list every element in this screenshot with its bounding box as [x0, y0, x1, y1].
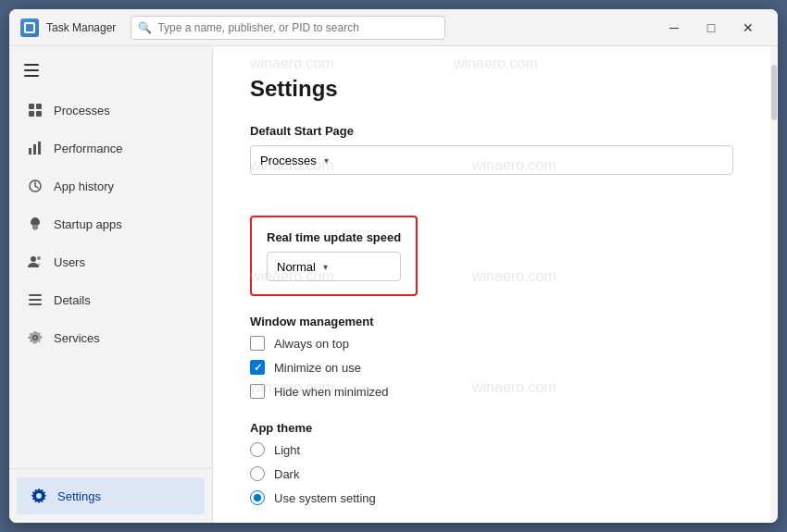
hamburger-line: [24, 69, 39, 71]
theme-system-label: Use system setting: [274, 491, 376, 505]
default-start-page-value: Processes: [260, 154, 317, 167]
svg-rect-5: [33, 144, 36, 155]
close-button[interactable]: ✕: [730, 13, 767, 43]
app-theme-label: App theme: [250, 421, 733, 435]
content-area: winaero.com winaero.com winaero.com wina…: [213, 46, 770, 523]
hamburger-button[interactable]: [13, 54, 50, 87]
window-management-section: Window management Always on top ✓ Minimi…: [250, 315, 733, 399]
theme-light-row[interactable]: Light: [250, 442, 733, 457]
minimize-on-use-row[interactable]: ✓ Minimize on use: [250, 360, 733, 375]
always-on-top-checkbox[interactable]: [250, 336, 265, 351]
real-time-update-dropdown[interactable]: Normal ▾: [267, 252, 401, 281]
window-management-label: Window management: [250, 315, 733, 328]
app-title: Task Manager: [46, 21, 116, 34]
hide-when-minimized-label: Hide when minimized: [274, 385, 389, 399]
search-wrap: 🔍: [131, 16, 445, 40]
minimize-on-use-label: Minimize on use: [274, 361, 361, 375]
sidebar-item-settings[interactable]: Settings: [17, 477, 205, 514]
sidebar-label-users: Users: [54, 255, 85, 269]
sidebar-label-details: Details: [54, 293, 91, 307]
svg-rect-6: [38, 142, 41, 155]
sidebar: Processes Performance: [9, 46, 213, 523]
content-watermark-1: winaero.com: [250, 56, 334, 72]
hamburger-icon: [24, 64, 39, 77]
always-on-top-row[interactable]: Always on top: [250, 336, 733, 351]
content-watermark-6: winaero.com: [472, 268, 556, 285]
theme-light-label: Light: [274, 443, 300, 457]
sidebar-footer: Settings: [9, 468, 212, 523]
svg-point-9: [37, 256, 41, 260]
real-time-update-value: Normal: [277, 260, 316, 274]
main-layout: Processes Performance: [9, 46, 778, 523]
chart-icon: [28, 141, 43, 155]
sidebar-item-processes[interactable]: Processes: [13, 92, 208, 129]
scrollbar-thumb[interactable]: [771, 65, 777, 120]
real-time-update-box: Real time update speed Normal ▾: [250, 216, 418, 296]
theme-system-row[interactable]: Use system setting: [250, 490, 733, 505]
sidebar-nav: Processes Performance: [9, 91, 212, 468]
sidebar-item-startup-apps[interactable]: Startup apps: [13, 205, 208, 242]
svg-rect-12: [29, 303, 42, 305]
sidebar-item-users[interactable]: Users: [13, 243, 208, 280]
search-input[interactable]: [131, 16, 445, 40]
sidebar-label-startup-apps: Startup apps: [54, 217, 122, 231]
svg-point-8: [31, 256, 36, 262]
clock-icon: [28, 179, 43, 193]
sidebar-item-app-history[interactable]: App history: [13, 167, 208, 204]
svg-rect-10: [29, 294, 42, 296]
app-theme-section: App theme Light Dark Use system setting: [250, 421, 733, 505]
titlebar: Task Manager 🔍 ─ □ ✕: [9, 9, 778, 46]
settings-gear-icon: [31, 489, 46, 503]
checkmark-icon: ✓: [254, 362, 262, 374]
grid-icon: [28, 103, 43, 118]
users-icon: [28, 254, 43, 269]
minimize-on-use-checkbox[interactable]: ✓: [250, 360, 265, 375]
sidebar-label-app-history: App history: [54, 179, 114, 193]
theme-dark-label: Dark: [274, 467, 299, 481]
minimize-button[interactable]: ─: [656, 13, 693, 43]
sidebar-label-performance: Performance: [54, 142, 122, 155]
sidebar-label-services: Services: [54, 331, 100, 345]
scrollbar-track[interactable]: [770, 46, 778, 523]
svg-rect-0: [29, 104, 34, 109]
rocket-icon: [28, 217, 43, 231]
services-gear-icon: [28, 330, 43, 345]
sidebar-label-processes: Processes: [54, 104, 110, 118]
titlebar-controls: ─ □ ✕: [656, 13, 767, 43]
svg-rect-1: [36, 104, 42, 109]
svg-rect-11: [29, 299, 42, 301]
content-watermark-2: winaero.com: [454, 56, 538, 72]
default-start-page-section: Default Start Page Processes ▾: [250, 124, 733, 175]
hamburger-line: [24, 64, 39, 66]
theme-light-radio[interactable]: [250, 442, 265, 457]
sidebar-item-details[interactable]: Details: [13, 281, 208, 318]
app-window: Task Manager 🔍 ─ □ ✕: [9, 9, 778, 523]
sidebar-item-performance[interactable]: Performance: [13, 130, 208, 167]
svg-rect-2: [29, 111, 34, 117]
sidebar-item-services[interactable]: Services: [13, 319, 208, 356]
page-title: Settings: [250, 76, 733, 102]
hamburger-line: [24, 75, 39, 77]
list-icon: [28, 292, 43, 307]
radio-dot-icon: [254, 494, 261, 501]
theme-system-radio[interactable]: [250, 490, 265, 505]
svg-rect-3: [36, 111, 42, 117]
app-icon: [20, 19, 39, 37]
svg-rect-4: [29, 148, 31, 155]
app-icon-inner: [24, 22, 35, 33]
hide-when-minimized-row[interactable]: Hide when minimized: [250, 384, 733, 399]
always-on-top-label: Always on top: [274, 337, 349, 351]
search-icon: 🔍: [138, 21, 152, 34]
default-start-page-label: Default Start Page: [250, 124, 733, 138]
sidebar-label-settings: Settings: [57, 489, 101, 503]
maximize-button[interactable]: □: [693, 13, 730, 43]
dropdown-caret-update-icon: ▾: [323, 262, 328, 272]
dropdown-caret-icon: ▾: [324, 155, 329, 166]
theme-dark-row[interactable]: Dark: [250, 466, 733, 481]
hide-when-minimized-checkbox[interactable]: [250, 384, 265, 399]
theme-dark-radio[interactable]: [250, 466, 265, 481]
real-time-update-label: Real time update speed: [267, 230, 401, 244]
default-start-page-dropdown[interactable]: Processes ▾: [250, 145, 733, 175]
